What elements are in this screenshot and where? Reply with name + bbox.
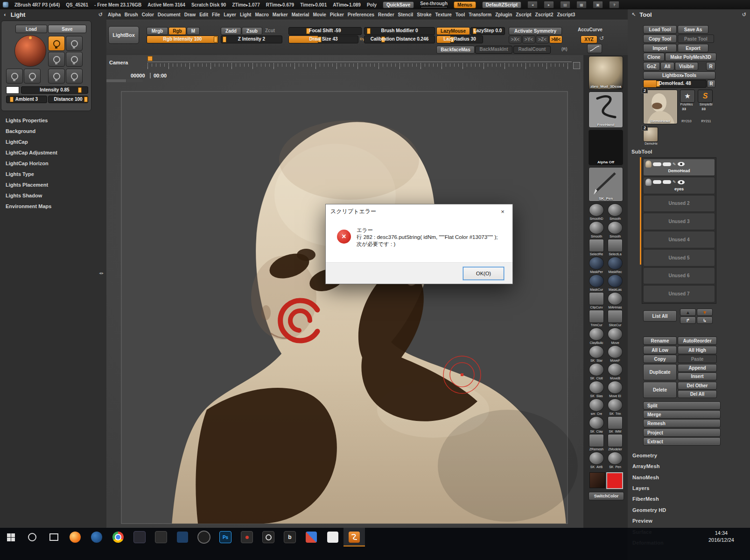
sidebar-item-lights-shadow[interactable]: Lights Shadow [0, 190, 106, 201]
load-tool-button[interactable]: Load Tool [643, 25, 677, 34]
brush-slot[interactable]: MaskRec [607, 257, 623, 273]
subtool-section-header[interactable]: SubTool [631, 149, 652, 154]
taskbar-app-2[interactable] [150, 528, 172, 546]
default-zscript-button[interactable]: DefaultZScript [482, 1, 521, 8]
lock-icon[interactable]: ▣ [593, 1, 603, 8]
section-nanomesh[interactable]: NanoMesh [632, 475, 659, 480]
menu-draw[interactable]: Draw [183, 12, 197, 17]
insert-button[interactable]: Insert [678, 372, 717, 380]
menu-color[interactable]: Color [140, 12, 155, 17]
timeline-scrollbar[interactable] [106, 79, 126, 82]
active-color-swatch[interactable] [606, 472, 623, 489]
active-tool-thumbnail[interactable]: DemoHead [643, 90, 678, 124]
ambient-slider[interactable]: Ambient 3 [6, 96, 47, 103]
sidebar-item-lights-placement[interactable]: Lights Placement [0, 179, 106, 190]
paste-tool-button[interactable]: Paste Tool [678, 35, 714, 43]
clone-button[interactable]: Clone [643, 53, 665, 61]
menu-zscript[interactable]: Zscript [514, 12, 533, 17]
brush-slot[interactable]: MAHmas [607, 292, 623, 309]
section-fibermesh[interactable]: FiberMesh [632, 496, 659, 502]
menu-layer[interactable]: Layer [222, 12, 238, 17]
menu-zscript3[interactable]: Zscript3 [556, 12, 577, 17]
brush-slot[interactable]: Smooth [607, 203, 623, 220]
light-1-button[interactable] [48, 36, 65, 51]
section-layers[interactable]: Layers [632, 485, 650, 491]
brush-slot[interactable]: ZModeler [607, 434, 623, 451]
subtool-move-up-button[interactable]: ↱ [680, 316, 696, 324]
lazystep-slider[interactable]: LazyStep 0.0 [470, 27, 505, 35]
taskbar-app-photoshop[interactable]: Ps [215, 528, 236, 546]
brush-thumbnail-freehand[interactable]: FreeHand [589, 91, 623, 128]
taskbar-app-chrome[interactable] [107, 528, 129, 546]
subtool-down-button[interactable]: ▼ [697, 308, 713, 316]
menu-preferences[interactable]: Preferences [346, 12, 376, 17]
brush-slot[interactable]: MaskPer [589, 257, 604, 273]
taskbar-app-bridge[interactable]: b [279, 528, 301, 546]
light-preview-sphere[interactable] [14, 35, 46, 67]
brush-slot[interactable]: ZRemesh [589, 434, 604, 451]
menu-stroke[interactable]: Stroke [415, 12, 433, 17]
brush-slot[interactable]: Move [607, 328, 623, 344]
polypaint-toggle[interactable] [653, 180, 661, 184]
subtool-up-button[interactable]: ▲ [680, 308, 696, 316]
autoreorder-button[interactable]: AutoReorder [678, 336, 717, 345]
list-all-button[interactable]: List All [643, 310, 677, 322]
z-intensity-slider[interactable]: Z Intensity 2 [221, 35, 282, 43]
menu-alpha[interactable]: Alpha [106, 12, 122, 17]
menus-toggle-button[interactable]: Menus [454, 1, 476, 8]
goz-button[interactable]: GoZ [643, 62, 660, 70]
r-button[interactable]: R [706, 62, 715, 70]
brush-slot[interactable]: Smooth [607, 221, 623, 238]
see-through-slider[interactable]: See-through [420, 1, 448, 8]
stroke-thumbnail[interactable]: SK_Pen [589, 167, 623, 202]
copy-tool-button[interactable]: Copy Tool [643, 35, 677, 43]
light-4-button[interactable] [66, 52, 83, 67]
sidebar-item-lightcap-horizon[interactable]: LightCap Horizon [0, 158, 106, 168]
all-high-button[interactable]: All High [678, 346, 717, 354]
append-button[interactable]: Append [678, 364, 717, 372]
switch-color-button[interactable]: SwitchColor [589, 492, 624, 500]
mrgb-button[interactable]: Mrgb [147, 27, 168, 35]
project-section[interactable]: Project [643, 428, 721, 437]
zsub-button[interactable]: Zsub [242, 27, 262, 35]
brush-slot[interactable]: SK_Clay [589, 416, 604, 433]
brush-slot[interactable]: sm_Cre [589, 399, 604, 415]
taskbar-app-search-tool[interactable] [258, 528, 279, 546]
taskbar-app-firefox[interactable] [64, 528, 86, 546]
split-section[interactable]: Split [643, 401, 721, 410]
light-7-button[interactable] [48, 69, 65, 84]
light-load-button[interactable]: Load [15, 25, 47, 33]
rename-button[interactable]: Rename [643, 336, 677, 345]
section-preview[interactable]: Preview [632, 518, 652, 524]
taskbar-app-notepad[interactable] [322, 528, 343, 546]
start-button[interactable] [0, 528, 21, 546]
lightbox-tools-button[interactable]: Lightbox▸Tools [643, 71, 715, 79]
brush-slot[interactable]: MaskCur [589, 274, 604, 291]
taskbar-app-4[interactable] [236, 528, 258, 546]
palette-dock-icon[interactable]: ▤ [560, 1, 570, 8]
menu-macro[interactable]: Macro [253, 12, 270, 17]
menu-render[interactable]: Render [377, 12, 395, 17]
menu-brush[interactable]: Brush [123, 12, 140, 17]
close-icon[interactable]: × [493, 204, 512, 218]
symmetry-m-button[interactable]: >M< [549, 35, 562, 43]
pen-icon[interactable]: ✎ [673, 180, 676, 184]
quicksave-button[interactable]: QuickSave [383, 1, 414, 8]
lightbox-button[interactable]: LightBox [108, 26, 139, 44]
menu-texture[interactable]: Texture [434, 12, 453, 17]
timeline-end-marker[interactable] [573, 62, 580, 69]
sidebar-item-background[interactable]: Background [0, 126, 106, 136]
sculpt-viewport[interactable] [106, 55, 583, 528]
help-icon[interactable]: ? [609, 1, 619, 8]
back-arrow-icon[interactable]: ↖ [631, 12, 636, 18]
symmetry-y-button[interactable]: >Y< [522, 35, 535, 43]
distance-slider[interactable]: Distance 100 [48, 96, 88, 103]
subtool-item-unused[interactable]: Unused 3 [643, 213, 715, 230]
goz-visible-button[interactable]: Visible [675, 62, 698, 70]
eye-icon[interactable] [678, 162, 685, 166]
brush-slot[interactable]: Smooth [589, 221, 604, 238]
del-other-button[interactable]: Del Other [678, 382, 717, 390]
symmetry-z-button[interactable]: >Z< [536, 35, 549, 43]
timeline-marker[interactable] [147, 56, 153, 61]
export-button[interactable]: Export [678, 44, 708, 52]
